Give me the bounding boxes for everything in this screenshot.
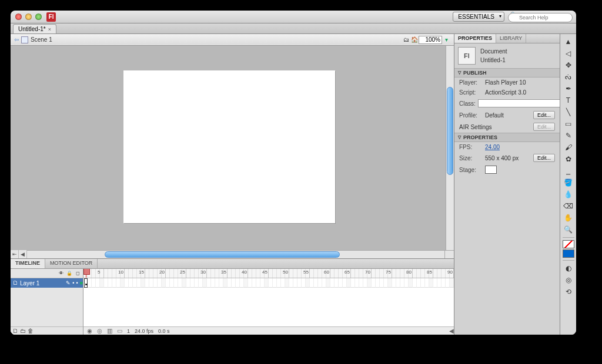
tab-motion-editor[interactable]: MOTION EDITOR <box>45 259 98 268</box>
keyframe-1[interactable] <box>84 278 88 288</box>
pencil-tool-icon[interactable]: ✎ <box>562 130 575 141</box>
tab-timeline[interactable]: TIMELINE <box>11 259 45 268</box>
size-value: 550 x 400 px <box>485 155 519 161</box>
edit-multiple-icon[interactable]: ▥ <box>107 328 112 334</box>
bone-tool-icon[interactable]: ⎯ <box>562 166 575 176</box>
layer-outline-swatch[interactable]: ■ <box>80 280 83 286</box>
current-frame: 1 <box>127 328 130 334</box>
playhead[interactable] <box>86 269 86 278</box>
deco-tool-icon[interactable]: ✿ <box>562 154 575 164</box>
stroke-color-swatch[interactable] <box>563 240 574 248</box>
close-document-icon[interactable]: × <box>48 26 51 32</box>
size-edit-button[interactable]: Edit... <box>533 154 555 162</box>
stage-canvas[interactable] <box>123 70 335 223</box>
horizontal-scroll-thumb[interactable] <box>105 251 340 258</box>
scene-label: Scene 1 <box>31 36 52 43</box>
snap-icon[interactable]: ◎ <box>562 275 575 285</box>
outline-icon[interactable]: ◻ <box>75 271 81 276</box>
zoom-window-button[interactable] <box>35 14 42 20</box>
rectangle-tool-icon[interactable]: ▭ <box>562 119 575 129</box>
doc-name-label: Untitled-1 <box>480 57 507 63</box>
paint-bucket-tool-icon[interactable]: 🪣 <box>562 177 575 188</box>
app-window: Fl ESSENTIALS Untitled-1* × ⇦ Scene 1 🗂 … <box>11 11 576 335</box>
edit-scene-icon[interactable]: 🗂 <box>402 36 410 44</box>
publish-section-header[interactable]: PUBLISH <box>454 68 560 77</box>
stage-color-swatch[interactable] <box>485 166 497 174</box>
frame-track[interactable] <box>83 278 454 326</box>
eyedropper-tool-icon[interactable]: 💧 <box>562 189 575 200</box>
zoom-menu-icon[interactable]: ▾ <box>442 36 450 44</box>
line-tool-icon[interactable]: ╲ <box>562 107 575 117</box>
back-icon[interactable]: ⇦ <box>14 36 19 43</box>
player-label: Player: <box>459 79 483 86</box>
new-layer-icon[interactable]: 🗋 <box>12 328 18 334</box>
timeline-status: ◉ ◎ ▥ ▭ 1 24.0 fps 0.0 s ◀ <box>83 326 454 335</box>
script-label: Script: <box>459 89 483 96</box>
zoom-input[interactable] <box>419 36 442 44</box>
scroll-min-icon[interactable]: ⇤ <box>11 250 19 258</box>
doc-type-label: Document <box>480 48 507 55</box>
profile-label: Profile: <box>459 112 483 119</box>
brush-tool-icon[interactable]: 🖌 <box>562 142 575 153</box>
size-label: Size: <box>459 155 483 161</box>
lasso-tool-icon[interactable]: ᔔ <box>562 72 575 82</box>
fill-color-swatch[interactable] <box>563 250 574 258</box>
eraser-tool-icon[interactable]: ⌫ <box>562 201 575 211</box>
selection-tool-icon[interactable]: ▲ <box>562 36 575 47</box>
titlebar: Fl ESSENTIALS <box>11 11 576 23</box>
tab-library[interactable]: LIBRARY <box>496 34 526 43</box>
edit-bar: ⇦ Scene 1 🗂 🏠 ▾ <box>11 34 454 46</box>
visibility-icon[interactable]: 👁 <box>58 271 64 276</box>
delete-layer-icon[interactable]: 🗑 <box>28 328 34 334</box>
close-window-button[interactable] <box>15 14 22 20</box>
frame-ruler[interactable]: 1510152025303540455055606570758085909510… <box>83 269 454 278</box>
profile-edit-button[interactable]: Edit... <box>533 111 555 119</box>
layer-row[interactable]: 🗋 Layer 1 ✎ • • ■ <box>11 278 83 288</box>
air-edit-button[interactable]: Edit... <box>533 123 555 131</box>
new-folder-icon[interactable]: 🗀 <box>20 328 26 334</box>
onion-outline-icon[interactable]: ◎ <box>97 328 102 334</box>
layer-pane: 👁 🔒 ◻ 🗋 Layer 1 ✎ • • ■ <box>11 269 83 335</box>
properties-section-header[interactable]: PROPERTIES <box>454 133 560 142</box>
frame-rate: 24.0 fps <box>135 328 153 334</box>
scroll-frames-left-icon[interactable]: ◀ <box>449 328 454 334</box>
scroll-left-controls: ⇤ ◀ <box>11 250 34 258</box>
subselection-tool-icon[interactable]: ◁ <box>562 48 575 59</box>
horizontal-scrollbar[interactable] <box>11 250 444 258</box>
layer-header: 👁 🔒 ◻ <box>11 269 83 278</box>
onion-skin-icon[interactable]: ◉ <box>87 328 92 334</box>
tab-properties[interactable]: PROPERTIES <box>454 34 496 43</box>
pen-tool-icon[interactable]: ✒ <box>562 83 575 94</box>
vertical-scroll-thumb[interactable] <box>447 87 453 175</box>
frames-pane: 1510152025303540455055606570758085909510… <box>83 269 454 335</box>
class-input[interactable] <box>478 99 560 107</box>
edit-symbol-icon[interactable]: 🏠 <box>410 36 419 44</box>
zoom-tool-icon[interactable]: 🔍 <box>562 224 575 235</box>
minimize-window-button[interactable] <box>25 14 32 20</box>
stage-area: ⇤ ◀ <box>11 46 454 258</box>
options-icon[interactable]: ⟲ <box>562 287 575 297</box>
text-tool-icon[interactable]: T <box>562 95 575 106</box>
help-search-input[interactable] <box>508 13 573 22</box>
help-search <box>508 11 573 22</box>
marker-icon[interactable]: ▭ <box>117 328 122 334</box>
fps-value[interactable]: 24.00 <box>485 144 500 150</box>
stage-column: ⇦ Scene 1 🗂 🏠 ▾ ⇤ ◀ <box>11 34 454 335</box>
free-transform-tool-icon[interactable]: ✥ <box>562 60 575 70</box>
scroll-corner <box>444 250 454 258</box>
timeline-panel: TIMELINE MOTION EDITOR 👁 🔒 ◻ 🗋 Layer 1 <box>11 258 454 335</box>
lock-icon[interactable]: 🔒 <box>66 271 72 276</box>
workspace-switcher[interactable]: ESSENTIALS <box>453 12 504 22</box>
hand-tool-icon[interactable]: ✋ <box>562 213 575 223</box>
document-icon: Fl <box>458 47 476 65</box>
class-label: Class: <box>459 100 476 107</box>
layer-lock-dot[interactable]: • <box>76 280 78 286</box>
black-white-swap-icon[interactable]: ◐ <box>562 263 575 274</box>
layer-vis-dot[interactable]: • <box>72 280 74 286</box>
profile-value: Default <box>485 112 504 119</box>
app-icon: Fl <box>46 12 56 22</box>
document-tab[interactable]: Untitled-1* × <box>13 24 56 33</box>
air-settings-label: AIR Settings <box>459 124 492 130</box>
vertical-scrollbar[interactable] <box>446 46 454 250</box>
scroll-left-icon[interactable]: ◀ <box>19 250 27 258</box>
